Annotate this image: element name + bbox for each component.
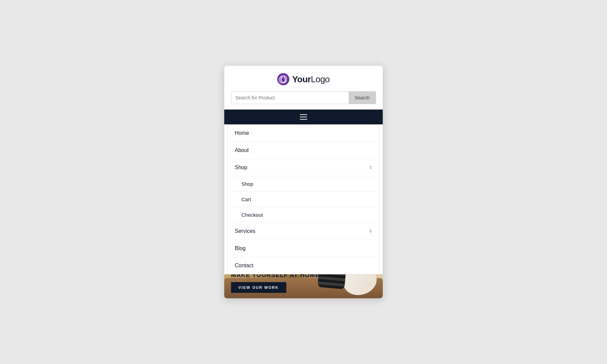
menu-item-about[interactable]: About [228,142,379,159]
hamburger-line-3 [300,119,307,120]
logo-icon [277,73,289,85]
menu-item-blog[interactable]: Blog [228,240,379,257]
chevron-up-icon: ⇧ [369,165,372,170]
logo-text: YourLogo [292,74,329,85]
menu-item-blog-label: Blog [235,245,245,251]
menu-item-services-label: Services [235,228,255,234]
hero-tagline: MAKE YOURSELF AT HOME. [231,274,376,279]
menu-item-home-label: Home [235,130,249,136]
header: YourLogo Search [224,66,383,110]
menu-item-checkout[interactable]: Checkout [228,207,379,223]
menu-item-cart[interactable]: Cart [228,192,379,207]
navbar[interactable] [224,110,383,124]
hamburger-line-1 [300,114,307,115]
logo-area: YourLogo [277,73,329,85]
dropdown-menu: Home About Shop ⇧ Shop Cart Checkout Ser… [228,124,379,274]
search-button[interactable]: Search [349,92,376,104]
menu-item-contact[interactable]: Contact [228,257,379,274]
menu-item-home[interactable]: Home [228,125,379,142]
menu-item-shop-sub[interactable]: Shop [228,176,379,192]
menu-item-shop-label: Shop [235,164,247,171]
menu-item-shop[interactable]: Shop ⇧ [228,159,379,176]
menu-item-contact-label: Contact [235,263,253,269]
chevron-down-icon: ⇩ [369,229,372,234]
menu-item-cart-label: Cart [241,196,251,202]
hero-overlay: MAKE YOURSELF AT HOME. VIEW OUR WORK [224,274,383,298]
menu-item-about-label: About [235,147,249,153]
phone-frame: YourLogo Search Home About Shop ⇧ [224,66,383,298]
menu-item-checkout-label: Checkout [241,212,263,218]
menu-item-services[interactable]: Services ⇩ [228,223,379,240]
search-input[interactable] [231,92,349,104]
search-bar: Search [231,91,376,104]
hamburger-line-2 [300,117,307,117]
view-work-button[interactable]: VIEW OUR WORK [231,282,286,293]
hero-image: MAKE YOURSELF AT HOME. VIEW OUR WORK [224,274,383,298]
menu-item-shop-sub-label: Shop [241,181,253,187]
hamburger-menu-icon[interactable] [300,114,307,120]
